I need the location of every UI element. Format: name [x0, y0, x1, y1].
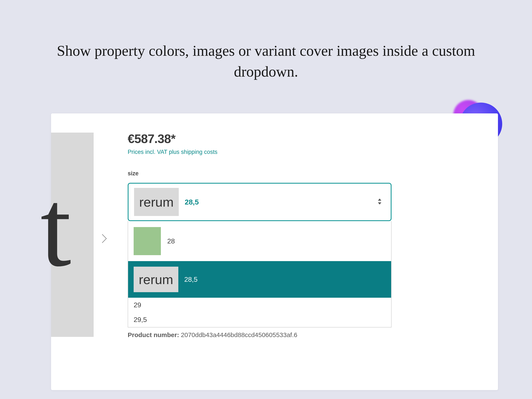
dropdown-list: 28 rerum 28,5 29 29,5	[128, 221, 392, 328]
dropdown-selected[interactable]: rerum 28,5	[128, 183, 392, 221]
option-swatch-image: rerum	[134, 267, 178, 292]
sort-icon	[378, 199, 382, 205]
dropdown-option[interactable]: 29	[128, 298, 391, 312]
image-next-arrow[interactable]	[98, 233, 111, 245]
option-swatch-color	[134, 227, 161, 255]
product-price: €587.38*	[128, 132, 392, 146]
option-label: 28	[167, 237, 175, 245]
product-details: €587.38* Prices incl. VAT plus shipping …	[128, 132, 392, 339]
dropdown-option[interactable]: 29,5	[128, 312, 391, 327]
size-label: size	[128, 170, 392, 177]
product-number-label: Product number:	[128, 331, 179, 338]
thumbnail-letter: t	[40, 165, 71, 291]
option-label: 28,5	[184, 276, 197, 284]
product-number: Product number: 2070ddb43a4446bd88ccd450…	[128, 331, 392, 339]
size-dropdown: rerum 28,5 28 rerum	[128, 183, 392, 328]
page-heading: Show property colors, images or variant …	[0, 0, 532, 82]
size-section: size rerum 28,5 28	[128, 170, 392, 328]
product-image-thumbnail: t	[51, 133, 94, 337]
chevron-right-icon	[101, 233, 108, 245]
price-note: Prices incl. VAT plus shipping costs	[128, 149, 392, 155]
product-number-value: 2070ddb43a4446bd88ccd450605533af.6	[181, 331, 297, 338]
selected-swatch-image: rerum	[134, 188, 179, 216]
product-card: t €587.38* Prices incl. VAT plus shippin…	[51, 114, 498, 390]
option-label: 29	[134, 301, 141, 309]
dropdown-option[interactable]: 28	[128, 221, 391, 261]
option-label: 29,5	[134, 316, 147, 324]
dropdown-option-selected[interactable]: rerum 28,5	[128, 261, 391, 298]
selected-value: 28,5	[185, 198, 199, 206]
